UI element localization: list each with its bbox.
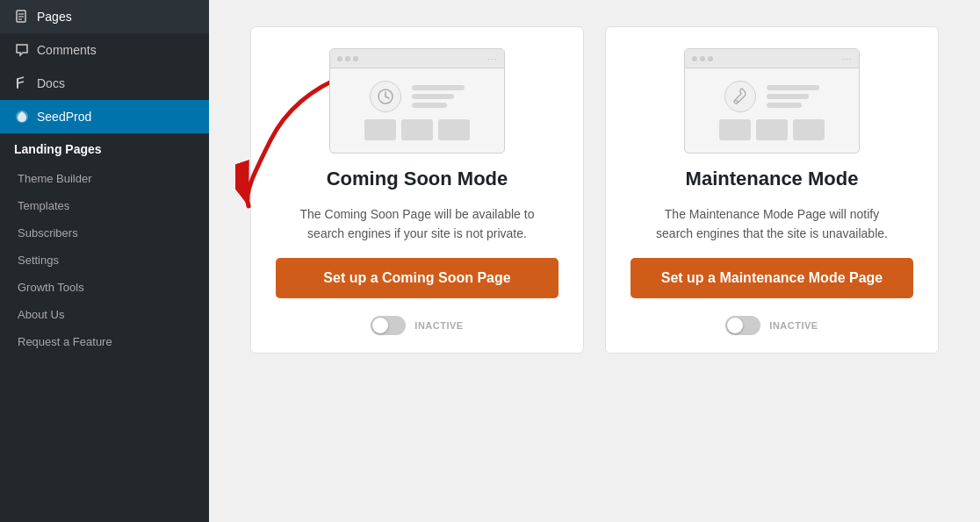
maintenance-button[interactable]: Set up a Maintenance Mode Page — [631, 258, 913, 298]
maintenance-description: The Maintenance Mode Page will notify se… — [649, 204, 895, 244]
svg-point-12 — [734, 100, 738, 104]
mockup-icon-area — [370, 81, 465, 112]
line4 — [767, 85, 819, 90]
block3 — [438, 119, 470, 140]
maintenance-status-area: INACTIVE — [725, 316, 818, 335]
browser-menu-dots: ··· — [487, 54, 497, 63]
svg-line-5 — [18, 77, 24, 79]
sidebar-item-pages[interactable]: Pages — [0, 0, 209, 33]
svg-line-6 — [18, 82, 24, 83]
coming-soon-status-text: INACTIVE — [414, 320, 463, 331]
growth-tools-label: Growth Tools — [18, 281, 84, 294]
sidebar-item-seedprod-label: SeedProd — [37, 110, 91, 124]
browser-menu-dots-2: ··· — [842, 54, 852, 63]
maintenance-mockup: ··· — [684, 48, 860, 154]
comments-icon — [14, 42, 30, 58]
coming-soon-button[interactable]: Set up a Coming Soon Page — [276, 258, 558, 298]
sidebar-item-docs[interactable]: Docs — [0, 67, 209, 100]
block1 — [364, 119, 396, 140]
mockup-blocks — [364, 119, 470, 140]
toggle-knob-2 — [727, 318, 743, 333]
mockup-toolbar: ··· — [330, 49, 504, 68]
subscribers-label: Subscribers — [18, 226, 78, 240]
sidebar-item-docs-label: Docs — [37, 76, 65, 90]
sidebar-item-subscribers[interactable]: Subscribers — [0, 219, 209, 247]
maintenance-toolbar: ··· — [685, 49, 859, 68]
sidebar-item-request-feature[interactable]: Request a Feature — [0, 328, 209, 355]
dot2 — [345, 56, 350, 61]
wrench-icon — [724, 81, 756, 112]
line2 — [412, 94, 454, 99]
sidebar-item-about-us[interactable]: About Us — [0, 301, 209, 328]
sidebar-item-settings[interactable]: Settings — [0, 247, 209, 274]
dot3 — [353, 56, 358, 61]
pages-icon — [14, 9, 30, 25]
svg-line-11 — [386, 97, 389, 98]
coming-soon-status-area: INACTIVE — [371, 316, 463, 335]
docs-icon — [14, 75, 30, 91]
seedprod-icon — [14, 109, 30, 125]
request-feature-label: Request a Feature — [18, 335, 112, 348]
mockup-icon-area-2 — [724, 81, 819, 112]
mockup-lines — [412, 85, 465, 108]
dot5 — [700, 56, 705, 61]
line5 — [767, 94, 809, 99]
maintenance-status-text: INACTIVE — [769, 320, 818, 331]
dot6 — [708, 56, 713, 61]
templates-label: Templates — [18, 199, 69, 212]
coming-soon-mockup: ··· — [329, 48, 505, 154]
sidebar-item-growth-tools[interactable]: Growth Tools — [0, 274, 209, 301]
mockup-blocks-2 — [719, 119, 825, 140]
mockup-lines-2 — [767, 85, 819, 108]
sidebar-item-templates[interactable]: Templates — [0, 192, 209, 219]
sidebar-item-landing-pages[interactable]: Landing Pages — [0, 133, 209, 165]
mockup-body-2 — [685, 68, 859, 153]
coming-soon-toggle[interactable] — [371, 316, 406, 335]
block4 — [719, 119, 751, 140]
sidebar-item-theme-builder[interactable]: Theme Builder — [0, 165, 209, 192]
sidebar-item-seedprod[interactable]: SeedProd — [0, 100, 209, 133]
line3 — [412, 103, 447, 108]
block2 — [401, 119, 433, 140]
browser-dots-2 — [692, 56, 713, 61]
sidebar: Pages Comments Docs SeedProd Landing Pag… — [0, 0, 209, 522]
settings-label: Settings — [18, 254, 59, 267]
dot4 — [692, 56, 697, 61]
dot1 — [337, 56, 342, 61]
theme-builder-label: Theme Builder — [18, 172, 92, 185]
maintenance-card: ··· — [605, 26, 939, 354]
toggle-knob — [372, 318, 388, 333]
sidebar-item-pages-label: Pages — [37, 10, 72, 24]
line1 — [412, 85, 465, 90]
main-content: ··· — [209, 0, 980, 522]
mockup-body — [330, 68, 504, 153]
block6 — [793, 119, 825, 140]
sidebar-landing-pages-label: Landing Pages — [14, 142, 102, 156]
sidebar-item-comments-label: Comments — [37, 43, 97, 57]
clock-icon — [370, 81, 401, 112]
maintenance-toggle[interactable] — [725, 316, 760, 335]
browser-dots — [337, 56, 358, 61]
maintenance-title: Maintenance Mode — [686, 168, 859, 190]
sidebar-item-comments[interactable]: Comments — [0, 33, 209, 67]
about-us-label: About Us — [18, 308, 64, 321]
block5 — [756, 119, 788, 140]
line6 — [767, 103, 802, 108]
